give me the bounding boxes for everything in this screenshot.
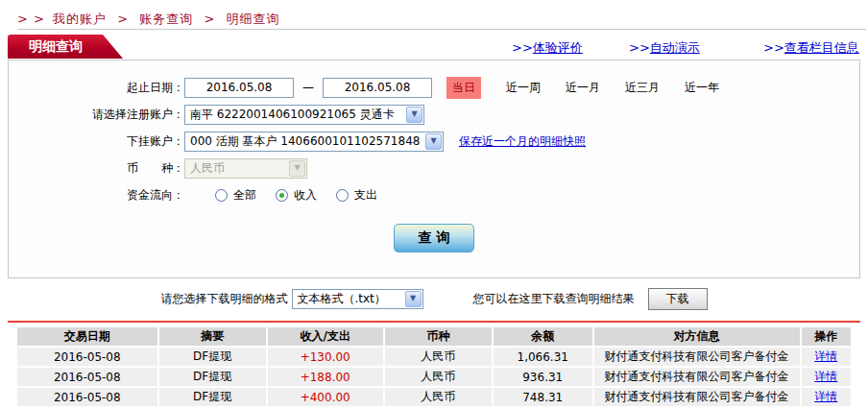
red-divider-line: [8, 321, 860, 323]
detail-link[interactable]: 详情: [814, 349, 837, 363]
fund-flow-label: 资金流向：: [9, 187, 184, 204]
chevron-down-icon[interactable]: ▼: [405, 291, 422, 307]
breadcrumb-item-account-query[interactable]: 账务查询: [139, 12, 193, 26]
cell-summary: DF提现: [159, 348, 266, 366]
breadcrumb: > > 我的账户 > 账务查询 > 明细查询: [17, 11, 282, 28]
cell-currency: 人民币: [385, 348, 492, 366]
chevron-down-icon[interactable]: ▼: [406, 107, 422, 123]
quick-date-month[interactable]: 近一月: [566, 80, 600, 96]
quick-date-today[interactable]: 当日: [446, 77, 481, 99]
download-row: 请您选择下载明细的格式 文本格式（.txt） ▼ 您可以在这里下载查询明细结果 …: [0, 285, 868, 312]
cell-date: 2016-05-08: [17, 388, 157, 406]
cell-summary: DF提现: [159, 388, 266, 406]
tab-detail-query[interactable]: 明细查询: [8, 35, 123, 59]
sub-account-select[interactable]: 000 活期 基本户 1406600101102571848 ▼: [184, 132, 444, 152]
breadcrumb-prefix: > >: [17, 12, 45, 26]
sub-account-label: 下挂账户：: [9, 133, 184, 150]
link-auto-demo[interactable]: >>自动演示: [629, 39, 700, 57]
cell-balance: 1,066.31: [494, 348, 592, 366]
download-format-label: 请您选择下载明细的格式: [161, 291, 288, 307]
table-row: 2016-05-08 DF提现 +400.00 人民币 748.31 财付通支付…: [17, 388, 851, 406]
cell-balance: 748.31: [494, 388, 592, 406]
download-format-select[interactable]: 文本格式（.txt） ▼: [292, 289, 423, 309]
col-header-summary: 摘要: [159, 327, 266, 346]
col-header-date: 交易日期: [17, 327, 157, 346]
query-form-panel: 起止日期： — 当日 近一周 近一月 近三月 近一年 请选择注册账户： 南平 6…: [8, 60, 860, 278]
breadcrumb-item-detail-query[interactable]: 明细查询: [226, 12, 279, 26]
quick-date-week[interactable]: 近一周: [506, 80, 541, 96]
registered-account-value: 南平 6222001406100921065 灵通卡: [190, 107, 395, 123]
radio-flow-income-label: 收入: [294, 187, 317, 204]
radio-flow-all[interactable]: 全部: [215, 187, 256, 204]
currency-row: 币 种： 人民币 ▼: [9, 156, 859, 180]
cell-amount: +130.00: [268, 348, 383, 366]
date-range-row: 起止日期： — 当日 近一周 近一月 近三月 近一年: [9, 75, 859, 100]
download-format-value: 文本格式（.txt）: [298, 291, 386, 307]
cell-amount: +400.00: [268, 388, 383, 406]
col-header-balance: 余额: [494, 327, 592, 346]
cell-currency: 人民币: [385, 368, 492, 386]
radio-circle-icon: [336, 189, 349, 202]
radio-circle-icon: [276, 189, 288, 202]
quick-date-year[interactable]: 近一年: [685, 80, 719, 96]
table-row: 2016-05-08 DF提现 +188.00 人民币 936.31 财付通支付…: [17, 368, 851, 386]
link-prefix: >>: [763, 40, 784, 55]
table-row: 2016-05-08 DF提现 +130.00 人民币 1,066.31 财付通…: [17, 348, 851, 366]
radio-flow-income[interactable]: 收入: [276, 187, 317, 204]
fund-flow-row: 资金流向： 全部 收入 支出: [9, 182, 859, 207]
cell-date: 2016-05-08: [17, 348, 157, 366]
registered-account-label: 请选择注册账户：: [9, 107, 184, 123]
radio-flow-all-label: 全部: [233, 187, 256, 204]
registered-account-row: 请选择注册账户： 南平 6222001406100921065 灵通卡 ▼: [9, 102, 859, 127]
currency-label: 币 种：: [9, 160, 184, 177]
col-header-counterparty: 对方信息: [594, 327, 800, 346]
date-range-label: 起止日期：: [9, 80, 184, 96]
chevron-down-icon: ▼: [289, 160, 305, 177]
radio-circle-icon: [215, 189, 228, 202]
cell-summary: DF提现: [159, 368, 266, 386]
col-header-amount: 收入/支出: [268, 327, 383, 346]
save-snapshot-link[interactable]: 保存近一个月的明细快照: [459, 133, 586, 150]
query-button[interactable]: 查 询: [394, 224, 474, 253]
quick-date-quarter[interactable]: 近三月: [625, 80, 660, 96]
cell-amount: +188.00: [268, 368, 383, 386]
cell-counterparty: 财付通支付科技有限公司客户备付金: [594, 388, 800, 406]
cell-date: 2016-05-08: [17, 368, 157, 386]
currency-value: 人民币: [190, 160, 225, 177]
breadcrumb-separator: >: [204, 12, 215, 26]
col-header-action: 操作: [802, 327, 851, 346]
radio-flow-expense-label: 支出: [354, 187, 377, 204]
chevron-down-icon[interactable]: ▼: [425, 133, 442, 150]
link-view-column-info[interactable]: >>查看栏目信息: [763, 39, 859, 57]
cell-balance: 936.31: [494, 368, 592, 386]
transaction-table: 交易日期 摘要 收入/支出 币种 余额 对方信息 操作 2016-05-08 D…: [15, 325, 853, 408]
sub-account-row: 下挂账户： 000 活期 基本户 1406600101102571848 ▼ 保…: [9, 129, 859, 154]
breadcrumb-separator: >: [117, 12, 129, 26]
download-hint: 您可以在这里下载查询明细结果: [473, 291, 635, 307]
date-to-input[interactable]: [323, 78, 432, 98]
cell-counterparty: 财付通支付科技有限公司客户备付金: [594, 368, 800, 386]
col-header-currency: 币种: [385, 327, 492, 346]
currency-select: 人民币 ▼: [184, 158, 307, 179]
breadcrumb-item-my-account[interactable]: 我的账户: [53, 12, 107, 26]
divider-line: [17, 29, 866, 30]
date-from-input[interactable]: [184, 78, 294, 98]
link-prefix: >>: [512, 40, 533, 55]
radio-flow-expense[interactable]: 支出: [336, 187, 377, 204]
registered-account-select[interactable]: 南平 6222001406100921065 灵通卡 ▼: [184, 105, 424, 125]
link-experience-review[interactable]: >>体验评价: [512, 39, 583, 57]
link-prefix: >>: [629, 40, 650, 55]
cell-counterparty: 财付通支付科技有限公司客户备付金: [594, 348, 800, 366]
detail-link[interactable]: 详情: [814, 390, 837, 403]
date-range-dash: —: [302, 81, 314, 94]
cell-currency: 人民币: [385, 388, 492, 406]
table-header-row: 交易日期 摘要 收入/支出 币种 余额 对方信息 操作: [17, 327, 851, 346]
detail-link[interactable]: 详情: [814, 370, 837, 383]
download-button[interactable]: 下载: [648, 288, 708, 310]
sub-account-value: 000 活期 基本户 1406600101102571848: [190, 133, 420, 150]
